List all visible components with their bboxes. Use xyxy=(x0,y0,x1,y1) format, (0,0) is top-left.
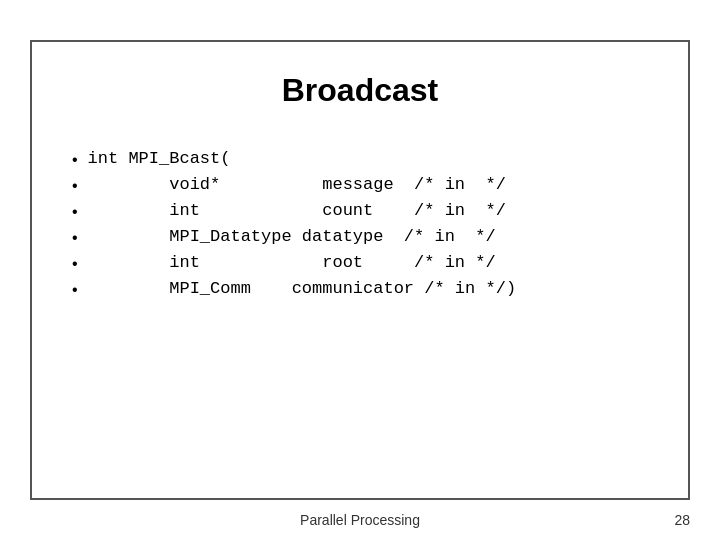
footer: Parallel Processing 28 xyxy=(0,512,720,528)
footer-label: Parallel Processing xyxy=(300,512,420,528)
bullet-text: MPI_Comm communicator /* in */) xyxy=(88,279,516,298)
bullet-icon: • xyxy=(72,203,78,221)
bullet-text: int count /* in */ xyxy=(88,201,506,220)
bullet-icon: • xyxy=(72,281,78,299)
list-item: • MPI_Comm communicator /* in */) xyxy=(72,279,648,299)
bullet-icon: • xyxy=(72,255,78,273)
list-item: • int count /* in */ xyxy=(72,201,648,221)
list-item: • int MPI_Bcast( xyxy=(72,149,648,169)
slide-title: Broadcast xyxy=(72,72,648,109)
bullet-icon: • xyxy=(72,177,78,195)
bullet-icon: • xyxy=(72,229,78,247)
footer-page: 28 xyxy=(674,512,690,528)
list-item: • void* message /* in */ xyxy=(72,175,648,195)
bullet-text: void* message /* in */ xyxy=(88,175,506,194)
slide-container: Broadcast • int MPI_Bcast( • void* messa… xyxy=(30,40,690,500)
list-item: • MPI_Datatype datatype /* in */ xyxy=(72,227,648,247)
bullet-text: int MPI_Bcast( xyxy=(88,149,231,168)
bullet-text: int root /* in */ xyxy=(88,253,496,272)
list-item: • int root /* in */ xyxy=(72,253,648,273)
content-area: • int MPI_Bcast( • void* message /* in *… xyxy=(72,149,648,299)
bullet-icon: • xyxy=(72,151,78,169)
bullet-text: MPI_Datatype datatype /* in */ xyxy=(88,227,496,246)
